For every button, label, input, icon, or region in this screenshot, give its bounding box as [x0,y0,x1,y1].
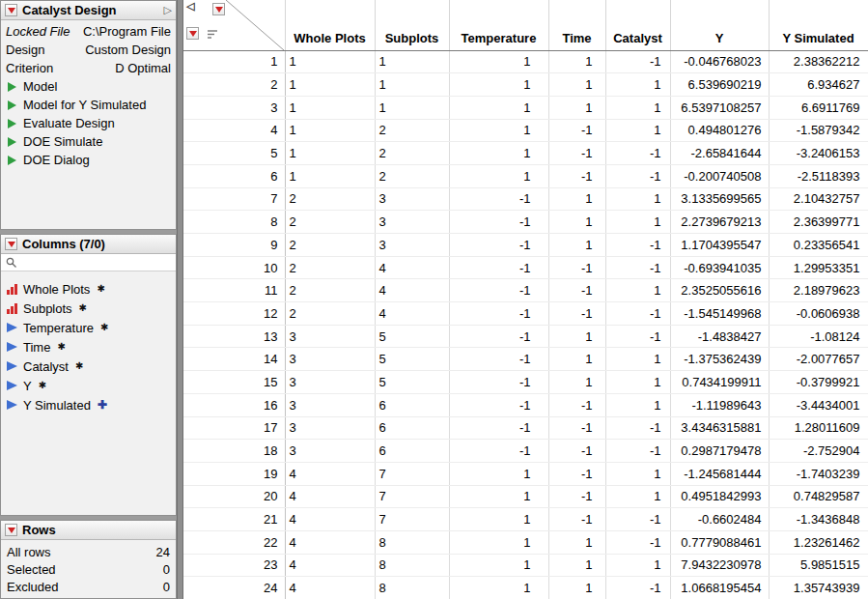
data-cell[interactable]: 4 [285,554,375,577]
data-cell[interactable]: -1 [449,371,548,394]
data-cell[interactable]: 5.9851515 [769,554,868,577]
row-number-cell[interactable]: 6 [183,164,285,187]
data-cell[interactable]: -1 [605,302,670,326]
data-cell[interactable]: -1 [548,119,605,142]
data-cell[interactable]: 6 [375,393,449,416]
data-cell[interactable]: 0.23356541 [769,234,868,257]
data-cell[interactable]: 1 [548,348,605,371]
column-header-time[interactable]: Time [548,0,605,50]
data-cell[interactable]: 3 [285,393,375,416]
run-script-icon[interactable] [8,137,16,147]
data-cell[interactable]: -1 [605,508,670,531]
data-cell[interactable]: -1 [449,440,548,463]
data-cell[interactable]: 1.28011609 [769,416,868,440]
data-cell[interactable]: 2 [285,187,375,211]
data-cell[interactable]: 8 [375,530,449,554]
script-item-evaluate-design[interactable]: Evaluate Design [6,114,171,132]
row-number-cell[interactable]: 2 [183,73,285,97]
run-script-icon[interactable] [8,156,16,165]
data-cell[interactable]: -1 [449,302,548,326]
data-cell[interactable]: -1 [548,485,605,508]
data-cell[interactable]: 1 [449,462,548,485]
data-cell[interactable]: 1 [285,73,375,97]
data-cell[interactable]: 1 [449,96,548,119]
data-cell[interactable]: -1.245681444 [670,462,769,485]
data-cell[interactable]: -1 [605,256,670,279]
data-cell[interactable]: -0.0606938 [769,302,868,326]
data-cell[interactable]: -1.7403239 [769,462,868,485]
run-script-icon[interactable] [8,82,16,92]
data-cell[interactable]: -1.11989643 [670,393,769,416]
column-header-y[interactable]: Y [670,0,769,50]
data-cell[interactable]: 0.2987179478 [670,440,769,463]
data-cell[interactable]: -1 [605,530,670,554]
data-cell[interactable]: -1 [548,142,605,165]
data-cell[interactable]: -1 [449,393,548,416]
row-number-cell[interactable]: 4 [183,119,285,142]
data-cell[interactable]: 1 [449,119,548,142]
data-cell[interactable]: 7 [375,508,449,531]
data-cell[interactable]: 3.4346315881 [670,416,769,440]
data-cell[interactable]: 2 [285,279,375,302]
data-cell[interactable]: -0.046768023 [670,50,769,73]
data-cell[interactable]: 3 [375,211,449,234]
row-number-cell[interactable]: 3 [183,96,285,119]
data-cell[interactable]: 7 [375,462,449,485]
data-cell[interactable]: 1 [375,96,449,119]
data-cell[interactable]: 2.38362212 [769,50,868,73]
data-cell[interactable]: 1 [548,73,605,97]
data-cell[interactable]: 6.5397108257 [670,96,769,119]
data-cell[interactable]: -1 [605,50,670,73]
data-cell[interactable]: 1 [548,50,605,73]
data-cell[interactable]: 1.0668195454 [670,577,769,599]
data-cell[interactable]: -3.2406153 [769,142,868,165]
data-cell[interactable]: -1 [548,462,605,485]
column-list-item[interactable]: Subplots✱ [1,299,176,318]
data-cell[interactable]: -0.693941035 [670,256,769,279]
row-number-cell[interactable]: 23 [183,554,285,577]
row-number-cell[interactable]: 1 [183,50,285,73]
data-cell[interactable]: 5 [375,325,449,348]
data-cell[interactable]: 4 [375,279,449,302]
row-number-cell[interactable]: 24 [183,577,285,599]
data-cell[interactable]: -3.4434001 [769,393,868,416]
run-script-icon[interactable] [8,119,16,128]
data-cell[interactable]: 3.1335699565 [670,187,769,211]
data-cell[interactable]: -1 [605,142,670,165]
column-list-item[interactable]: Temperature✱ [1,318,176,337]
data-cell[interactable]: -1 [548,302,605,326]
data-cell[interactable]: -1 [449,416,548,440]
column-arrange-icon[interactable] [207,28,218,43]
data-cell[interactable]: 1 [449,530,548,554]
column-header-y-simulated[interactable]: Y Simulated [769,0,868,50]
data-cell[interactable]: 3 [285,325,375,348]
data-cell[interactable]: -1 [548,279,605,302]
data-cell[interactable]: -1 [449,187,548,211]
data-cell[interactable]: 7.9432230978 [670,554,769,577]
data-cell[interactable]: -1 [449,211,548,234]
data-cell[interactable]: 8 [375,554,449,577]
data-cell[interactable]: -1.545149968 [670,302,769,326]
data-cell[interactable]: 3 [375,234,449,257]
data-cell[interactable]: 2.36399771 [769,211,868,234]
data-cell[interactable]: 1 [548,530,605,554]
row-number-cell[interactable]: 19 [183,462,285,485]
data-cell[interactable]: -1 [449,348,548,371]
data-cell[interactable]: -0.3799921 [769,371,868,394]
data-cell[interactable]: -2.65841644 [670,142,769,165]
data-cell[interactable]: -1 [548,393,605,416]
row-number-cell[interactable]: 22 [183,530,285,554]
data-cell[interactable]: 5 [375,371,449,394]
data-cell[interactable]: 2 [285,302,375,326]
data-cell[interactable]: -2.752904 [769,440,868,463]
data-cell[interactable]: 2 [375,142,449,165]
data-cell[interactable]: 2.18979623 [769,279,868,302]
data-cell[interactable]: -1 [449,256,548,279]
data-cell[interactable]: -1 [449,234,548,257]
data-cell[interactable]: 4 [375,302,449,326]
data-cell[interactable]: -1 [605,234,670,257]
data-cell[interactable]: 1 [605,279,670,302]
data-cell[interactable]: 1 [548,211,605,234]
data-cell[interactable]: 1 [605,348,670,371]
data-cell[interactable]: -1 [548,256,605,279]
